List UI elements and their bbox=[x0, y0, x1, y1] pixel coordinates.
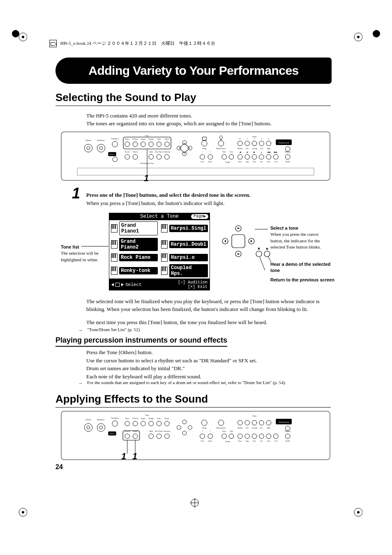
svg-text:Tone: Tone bbox=[145, 135, 149, 137]
callout-return: Return to the previous screen bbox=[270, 277, 336, 283]
tone-item-harpsi-singl[interactable]: Harpsi.Singl bbox=[159, 220, 210, 237]
svg-text:○: ○ bbox=[210, 430, 211, 432]
svg-point-88 bbox=[273, 154, 278, 159]
triangle-right-icon bbox=[121, 283, 124, 286]
tone-item-harpsi-o[interactable]: Harpsi.o bbox=[159, 252, 210, 263]
svg-text:Reset: Reset bbox=[238, 161, 242, 163]
svg-point-13 bbox=[99, 147, 103, 150]
section-selecting-sound: Selecting the Sound to Play bbox=[55, 91, 331, 106]
tone-item-honky-tonk[interactable]: Honky-tonk bbox=[109, 263, 159, 279]
tone-item-grand-piano1[interactable]: Grand Piano1 bbox=[109, 220, 159, 237]
svg-text:Voice: Voice bbox=[157, 138, 161, 140]
svg-point-154 bbox=[177, 426, 181, 430]
svg-point-32 bbox=[113, 157, 118, 162]
svg-text:Transpose: Transpose bbox=[111, 417, 119, 419]
svg-text:Fwd: Fwd bbox=[274, 161, 277, 163]
svg-text:Rhythm: Rhythm bbox=[238, 427, 242, 429]
section2-title-text: Applying Effects to the Sound bbox=[55, 393, 208, 405]
svg-point-173 bbox=[252, 420, 257, 425]
svg-text:WonderLand: WonderLand bbox=[279, 142, 289, 144]
svg-point-64 bbox=[238, 141, 242, 146]
svg-text:Key Touch: Key Touch bbox=[155, 151, 164, 153]
tone-item-harpsi-doubl[interactable]: Harpsi.Doubl bbox=[159, 237, 210, 252]
svg-text:Song: Song bbox=[202, 427, 207, 429]
svg-text:Tone: Tone bbox=[145, 414, 149, 416]
svg-point-46 bbox=[177, 146, 181, 150]
callout-hear-demo-title: Hear a demo of the selected tone bbox=[270, 262, 330, 273]
svg-text:Accomp: Accomp bbox=[252, 427, 257, 429]
keyboard-icon bbox=[161, 240, 168, 249]
svg-text:Chorus: Chorus bbox=[133, 430, 138, 432]
svg-point-3 bbox=[357, 36, 360, 38]
callout-return-title: Return to the previous screen bbox=[270, 277, 334, 282]
svg-point-189 bbox=[266, 434, 271, 439]
tone-screen-titlebar: Select a Tone Page▶ bbox=[109, 213, 210, 220]
svg-point-12 bbox=[97, 144, 105, 152]
svg-point-171 bbox=[238, 420, 242, 425]
page-number: 24 bbox=[55, 463, 63, 471]
arrow-icon: → bbox=[78, 327, 83, 334]
tone-item-rock-piano[interactable]: Rock Piano bbox=[109, 252, 159, 263]
svg-point-85 bbox=[252, 154, 257, 159]
svg-point-59 bbox=[222, 154, 227, 159]
svg-text:Left: Left bbox=[260, 148, 263, 150]
svg-point-190 bbox=[273, 434, 278, 439]
cursor-cluster: × ○ bbox=[214, 221, 271, 270]
panel2-callout-2: 1 bbox=[132, 452, 137, 461]
svg-point-49 bbox=[218, 140, 224, 146]
svg-point-8 bbox=[12, 30, 19, 37]
panel-diagram-2: Volume Brilliance Transpose Tone Piano E… bbox=[61, 411, 330, 460]
svg-rect-50 bbox=[202, 137, 206, 140]
svg-rect-110 bbox=[232, 235, 245, 248]
svg-rect-16 bbox=[123, 137, 171, 149]
keyboard-icon bbox=[111, 253, 118, 262]
tone-screen-page-btn[interactable]: Page▶ bbox=[191, 214, 208, 219]
svg-point-44 bbox=[182, 140, 187, 145]
svg-point-120 bbox=[97, 424, 105, 431]
tone-item-coupled-hps[interactable]: Coupled Hps. bbox=[159, 263, 210, 279]
svg-text:Organ: Organ bbox=[141, 417, 146, 419]
svg-rect-104 bbox=[77, 168, 314, 175]
svg-point-131 bbox=[165, 421, 170, 426]
svg-text:Organ: Organ bbox=[141, 138, 146, 140]
crossref-drum-set: For the sounds that are assigned to each… bbox=[87, 380, 334, 386]
tone-screen-title: Select a Tone bbox=[140, 214, 179, 219]
svg-point-45 bbox=[182, 152, 187, 156]
svg-point-128 bbox=[141, 421, 146, 426]
svg-text:Rhythm: Rhythm bbox=[238, 148, 242, 150]
perc-l3: Drum set names are indicated by initial … bbox=[86, 364, 329, 373]
keyboard-icon bbox=[111, 267, 118, 275]
regmark-bottom-right bbox=[353, 507, 362, 517]
svg-point-65 bbox=[245, 141, 250, 146]
svg-text:Strings: Strings bbox=[149, 138, 154, 140]
svg-point-127 bbox=[133, 421, 138, 426]
svg-point-161 bbox=[208, 434, 213, 439]
svg-text:Reverb: Reverb bbox=[125, 151, 130, 153]
svg-point-33 bbox=[125, 154, 130, 159]
svg-point-21 bbox=[157, 142, 161, 147]
svg-point-143 bbox=[133, 434, 138, 439]
svg-point-35 bbox=[149, 154, 154, 159]
svg-point-37 bbox=[165, 154, 170, 159]
perc-l2: Use the cursor buttons to select a rhyth… bbox=[86, 357, 329, 365]
svg-point-160 bbox=[200, 434, 205, 439]
book-icon bbox=[49, 40, 57, 47]
callout-select-tone-title: Select a tone bbox=[270, 226, 298, 230]
svg-text:4: 4 bbox=[268, 138, 270, 140]
svg-point-118 bbox=[84, 424, 92, 431]
intro-line2: The tones are organized into six tone gr… bbox=[86, 120, 329, 128]
svg-point-22 bbox=[165, 142, 170, 147]
svg-text:○: ○ bbox=[210, 151, 211, 153]
svg-text:Exit: Exit bbox=[201, 161, 204, 163]
svg-point-119 bbox=[87, 426, 90, 429]
svg-text:Display: Display bbox=[285, 151, 291, 153]
svg-point-60 bbox=[229, 154, 234, 159]
svg-point-5 bbox=[22, 511, 24, 514]
svg-text:Voice: Voice bbox=[157, 417, 161, 419]
post-para1: The selected tone will be finalized when… bbox=[86, 298, 331, 313]
svg-point-129 bbox=[149, 421, 154, 426]
tone-item-grand-piano2[interactable]: Grand Piano2 bbox=[109, 237, 159, 252]
callout-hear-demo: Hear a demo of the selected tone bbox=[270, 261, 336, 274]
svg-point-130 bbox=[157, 421, 161, 426]
svg-point-67 bbox=[259, 141, 264, 146]
